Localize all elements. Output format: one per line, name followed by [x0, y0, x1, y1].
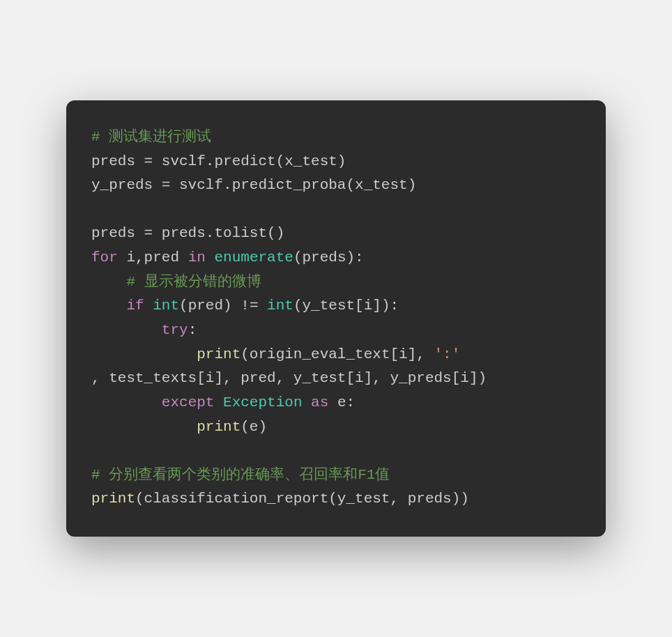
code-token: int [153, 298, 179, 314]
code-token: print [197, 419, 240, 435]
code-token [91, 322, 162, 338]
code-token: (preds): [293, 250, 364, 266]
code-token: e: [328, 394, 355, 410]
code-token: preds = svclf.predict(x_test) [91, 153, 346, 169]
code-token [91, 274, 126, 290]
code-token: i,pred [118, 250, 188, 266]
code-token: (pred) != [179, 298, 267, 314]
code-token [206, 250, 215, 266]
code-token [91, 346, 197, 362]
code-token: preds = preds.tolist() [91, 225, 284, 241]
code-token [91, 394, 162, 410]
code-token: # 显示被分错的微博 [126, 274, 261, 290]
code-token: (classification_report(y_test, preds)) [135, 491, 469, 507]
code-token: (e) [240, 419, 267, 435]
code-token: enumerate [214, 250, 293, 266]
code-content: # 测试集进行测试 preds = svclf.predict(x_test) … [91, 125, 581, 512]
code-token: # 分别查看两个类别的准确率、召回率和F1值 [91, 467, 390, 483]
code-token [144, 298, 153, 314]
code-token: print [197, 346, 240, 362]
code-token: : [188, 322, 197, 338]
code-token: as [311, 394, 328, 410]
code-token: y_preds = svclf.predict_proba(x_test) [91, 177, 416, 193]
code-token: # 测试集进行测试 [91, 129, 211, 145]
code-token: ':' [434, 346, 461, 362]
code-token [302, 394, 311, 410]
code-token: in [188, 250, 206, 266]
code-token: (y_test[i]): [293, 298, 399, 314]
code-token: (origin_eval_text[i], [240, 346, 434, 362]
code-token [214, 394, 223, 410]
code-token: except [162, 394, 215, 410]
code-token: try [162, 322, 188, 338]
code-token: , test_texts[i], pred, y_test[i], y_pred… [91, 370, 487, 386]
code-token: Exception [223, 394, 302, 410]
code-token: for [91, 250, 118, 266]
code-token: print [91, 491, 135, 507]
code-token: if [126, 298, 144, 314]
code-token [91, 419, 197, 435]
code-token [91, 298, 126, 314]
code-token: int [267, 298, 293, 314]
code-block: # 测试集进行测试 preds = svclf.predict(x_test) … [66, 100, 606, 537]
